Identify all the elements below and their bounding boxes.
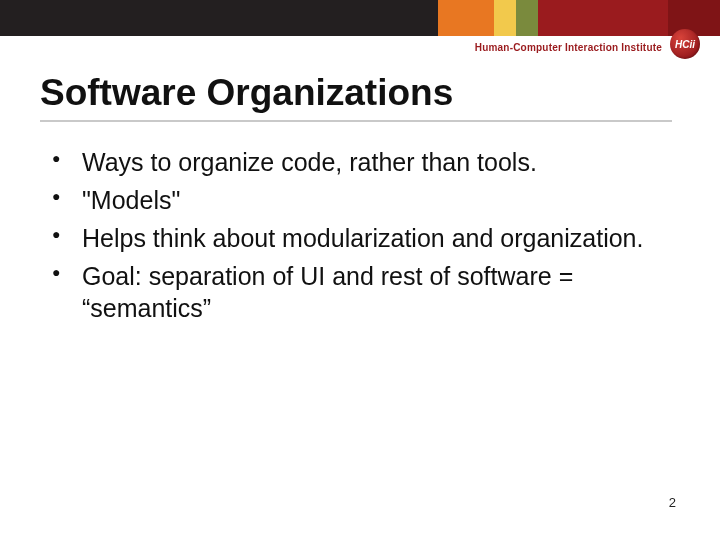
title-divider (40, 120, 672, 122)
page-number: 2 (669, 495, 676, 510)
slide-body: Ways to organize code, rather than tools… (48, 146, 664, 330)
list-item: "Models" (48, 184, 664, 216)
bullet-list: Ways to organize code, rather than tools… (48, 146, 664, 324)
page-title: Software Organizations (40, 72, 680, 114)
list-item: Helps think about modularization and org… (48, 222, 664, 254)
topbar-orange-segment (438, 0, 494, 36)
topbar-green-segment (516, 0, 538, 36)
topbar-dark-segment (0, 0, 438, 36)
header-logo-strip: Human-Computer Interaction Institute HCi… (0, 36, 720, 58)
hcii-logo-icon: HCii (670, 29, 700, 59)
list-item: Ways to organize code, rather than tools… (48, 146, 664, 178)
list-item: Goal: separation of UI and rest of softw… (48, 260, 664, 324)
topbar-red-segment (538, 0, 668, 36)
institute-label: Human-Computer Interaction Institute (475, 42, 662, 53)
slide: Human-Computer Interaction Institute HCi… (0, 0, 720, 540)
top-accent-bar (0, 0, 720, 36)
topbar-yellow-segment (494, 0, 516, 36)
